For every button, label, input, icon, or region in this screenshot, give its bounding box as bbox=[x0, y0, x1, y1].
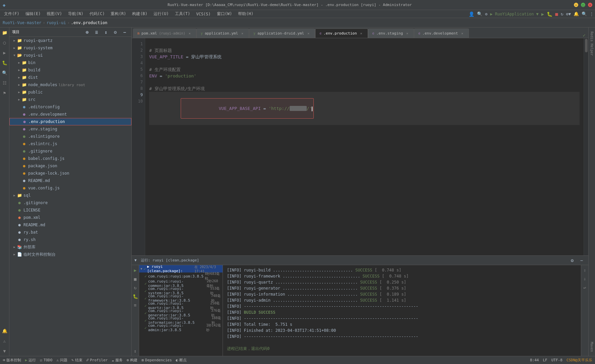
tab-env-development[interactable]: e .env.development ✕ bbox=[414, 28, 469, 38]
header-play[interactable]: ▶ bbox=[541, 11, 544, 17]
tree-item-root-gitignore[interactable]: ▶ ● .gitignore bbox=[9, 199, 131, 206]
tab-close-env-dev[interactable]: ✕ bbox=[460, 31, 465, 36]
status-profiler[interactable]: ☍ Profiler bbox=[86, 358, 108, 362]
tree-item-dist[interactable]: ▶ 📁 dist bbox=[9, 74, 131, 81]
tree-item-ruoyi-system[interactable]: ▶ 📁 ruoyi-system bbox=[9, 44, 131, 52]
breadcrumb-root[interactable]: RuoYi-Vue-master bbox=[3, 20, 42, 25]
run-scroll-btn[interactable]: ↕ bbox=[132, 347, 139, 355]
run-play-btn[interactable]: ▶ bbox=[132, 266, 139, 274]
tree-item-license[interactable]: ▶ ● LICENSE bbox=[9, 206, 131, 214]
run-log[interactable]: [INFO] ruoyi-build .....................… bbox=[223, 265, 581, 356]
header-reload[interactable]: ↻ bbox=[561, 11, 563, 16]
tree-item-eslintrc[interactable]: ▶ ● .eslintrc.js bbox=[9, 140, 131, 147]
tab-close-env-staging[interactable]: ✕ bbox=[405, 31, 410, 36]
menu-help[interactable]: 帮助(H) bbox=[235, 10, 256, 17]
status-breakpoints[interactable]: ◐ 断点 bbox=[176, 358, 187, 363]
tree-item-env-production[interactable]: ▶ ● .env.production bbox=[9, 118, 131, 125]
header-more[interactable]: ⚙▼ bbox=[566, 12, 571, 16]
status-version-control[interactable]: ⌫ 版本控制 bbox=[3, 358, 21, 363]
breadcrumb-ruoyi-ui[interactable]: ruoyi-ui bbox=[47, 20, 66, 25]
run-stop-btn[interactable]: ■ bbox=[132, 275, 139, 283]
menu-run[interactable]: 运行(U) bbox=[151, 10, 172, 17]
tree-item-babel-config[interactable]: ▶ ● babel.config.js bbox=[9, 155, 131, 162]
header-search2[interactable]: 🔍 bbox=[582, 11, 587, 16]
sidebar-add-btn[interactable]: ⊕ bbox=[83, 28, 91, 36]
icon-project-tree[interactable]: 📁 bbox=[1, 29, 8, 36]
sidebar-settings-btn[interactable]: ⚙ bbox=[111, 28, 119, 36]
maximize-button[interactable]: □ bbox=[581, 3, 585, 7]
tab-close-app-yml[interactable]: ✕ bbox=[240, 31, 245, 36]
menu-view[interactable]: 视图(V) bbox=[44, 10, 65, 17]
tree-item-build[interactable]: ▶ 📁 build bbox=[9, 66, 131, 74]
tab-application-druid[interactable]: y application-druid.yml ✕ bbox=[249, 28, 315, 38]
status-lf[interactable]: LF bbox=[543, 358, 547, 362]
tree-item-vue-config[interactable]: ▶ ● vue.config.js bbox=[9, 184, 131, 192]
breadcrumb-current[interactable]: .env.production bbox=[71, 20, 107, 25]
menu-edit[interactable]: 编辑(E) bbox=[23, 10, 44, 17]
log-scroll-top[interactable]: ⇧ bbox=[581, 266, 589, 274]
run-item-admin[interactable]: ✓ com.ruoyi:ruoyi-admin:jar:3.8.5 1秒142毫… bbox=[139, 324, 223, 331]
header-extra[interactable]: ⋮ bbox=[590, 12, 594, 16]
tab-env-production[interactable]: e .env.production ✕ bbox=[315, 28, 368, 38]
run-item-generator[interactable]: ✓ com.ruoyi:ruoyi-generator:jar:3.8.5 37… bbox=[139, 309, 223, 317]
menu-file[interactable]: 文件(F) bbox=[1, 10, 22, 17]
close-button[interactable]: ✕ bbox=[588, 3, 592, 7]
redis-helper-label[interactable]: Redis Helper bbox=[589, 27, 595, 60]
status-dependencies[interactable]: ⊞ Dependencies bbox=[141, 358, 172, 362]
menu-nav[interactable]: 导航(N) bbox=[65, 10, 86, 17]
status-terminal[interactable]: ✎ 结束 bbox=[71, 358, 82, 363]
icon-search3[interactable]: 🔍 bbox=[1, 69, 8, 76]
tree-item-external-libs[interactable]: ▶ 📚 外部库 bbox=[9, 243, 131, 251]
tree-item-env-staging[interactable]: ▶ ● .env.staging bbox=[9, 125, 131, 133]
status-services[interactable]: ☁ 服务 bbox=[112, 358, 123, 363]
header-stop[interactable]: ■ bbox=[555, 11, 558, 17]
header-settings[interactable]: ⚙ bbox=[485, 12, 487, 16]
menu-refactor[interactable]: 重构(R) bbox=[108, 10, 129, 17]
status-build[interactable]: ⚙ 构建 bbox=[127, 358, 138, 363]
minimize-button[interactable]: − bbox=[574, 3, 578, 7]
icon-commit[interactable]: ◯ bbox=[1, 39, 8, 46]
menu-window[interactable]: 窗口(W) bbox=[214, 10, 235, 17]
icon-bookmarks[interactable]: ⚑ bbox=[1, 89, 8, 97]
tree-item-pom-xml[interactable]: ▶ ● pom.xml bbox=[9, 214, 131, 221]
run-item-quartz[interactable]: ✓ com.ruoyi:ruoyi-quartz:jar:3.8.5 250毫秒 bbox=[139, 302, 223, 309]
sidebar-close-btn[interactable]: − bbox=[121, 28, 129, 36]
sidebar-expand-btn[interactable]: ↕ bbox=[102, 28, 110, 36]
tree-item-ruoyi-quartz[interactable]: ▶ 📁 ruoyi-quartz bbox=[9, 37, 131, 44]
bottom-settings-btn[interactable]: ⚙ bbox=[568, 256, 576, 264]
tree-item-ry-sh[interactable]: ▶ ● ry.sh bbox=[9, 236, 131, 243]
sidebar-sort-btn[interactable]: ≡ bbox=[93, 28, 101, 36]
tree-item-public[interactable]: ▶ 📁 public bbox=[9, 88, 131, 96]
status-run[interactable]: ▶ 运行 bbox=[25, 358, 36, 363]
tree-item-bin[interactable]: ▶ 📁 bin bbox=[9, 59, 131, 66]
tree-item-node-modules[interactable]: ▶ 📁 node_modules library root bbox=[9, 81, 131, 88]
status-problems[interactable]: ⚠ 问题 bbox=[56, 358, 67, 363]
menu-build[interactable]: 构建(B) bbox=[129, 10, 150, 17]
tree-item-ry-bat[interactable]: ▶ ● ry.bat bbox=[9, 229, 131, 236]
status-todo[interactable]: ☑ TODO bbox=[40, 358, 52, 362]
tree-item-readme-md[interactable]: ▶ ● README.md bbox=[9, 221, 131, 229]
tree-item-sql[interactable]: ▶ 📁 sql bbox=[9, 192, 131, 199]
tree-item-readme-ui[interactable]: ▶ ● README.md bbox=[9, 177, 131, 184]
header-debug[interactable]: 🐛 bbox=[547, 11, 552, 17]
bottom-close-btn[interactable]: − bbox=[578, 256, 586, 264]
icon-problems[interactable]: ⚠ bbox=[1, 337, 8, 345]
tab-application-yml[interactable]: y application.yml ✕ bbox=[196, 28, 249, 38]
tab-close-pom[interactable]: ✕ bbox=[187, 31, 192, 36]
tab-close-env-prod[interactable]: ✕ bbox=[359, 31, 364, 36]
status-encoding[interactable]: UTF-8 bbox=[551, 358, 562, 362]
header-run-app[interactable]: ▶ RuoYiApplication ▼ bbox=[490, 12, 539, 16]
tree-item-env-development[interactable]: ▶ ● .env.development bbox=[9, 111, 131, 118]
icon-structure[interactable]: ☷ bbox=[1, 79, 8, 86]
tree-item-gitignore[interactable]: ▶ ● .gitignore bbox=[9, 147, 131, 155]
run-item-system[interactable]: ✓ com.ruoyi:ruoyi-system:jar:3.8.5 553毫秒 bbox=[139, 287, 223, 295]
maven-label[interactable]: Maven bbox=[589, 338, 595, 356]
menu-vcs[interactable]: VCS(S) bbox=[193, 11, 213, 17]
run-reload-btn[interactable]: ↻ bbox=[132, 284, 139, 291]
header-search[interactable]: 🔍 bbox=[477, 11, 482, 16]
tab-pom-admin[interactable]: m pom.xml (ruoyi-admin) ✕ bbox=[133, 28, 196, 38]
log-scroll-bottom[interactable]: ⇩ bbox=[581, 275, 589, 283]
menu-tools[interactable]: 工具(T) bbox=[172, 10, 193, 17]
icon-bottom[interactable]: ▼ bbox=[1, 347, 8, 355]
editor-scrollbar[interactable] bbox=[584, 38, 588, 255]
